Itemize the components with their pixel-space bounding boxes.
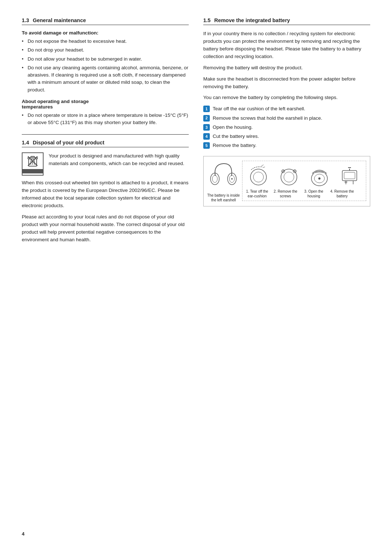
step-text-2: Remove the screws that hold the earshell… (213, 115, 322, 122)
section13-heading: 1.3General maintenance (22, 17, 189, 25)
disposal-text1: Your product is designed and manufacture… (49, 152, 189, 168)
disposal-block: Your product is designed and manufacture… (22, 152, 189, 176)
headset-full-svg (210, 161, 237, 192)
step-num-3: 3 (203, 124, 210, 131)
diagram-box: The battery is insidethe left earshell (203, 156, 370, 206)
step-2: 2Remove the screws that hold the earshel… (203, 115, 370, 122)
disposal-icon (22, 152, 44, 176)
step-num-4: 4 (203, 133, 210, 140)
diagram-captions: 1. Tear off the ear-cushion 2. Remove th… (245, 189, 364, 198)
step-text-3: Open the housing. (213, 124, 253, 131)
step1-svg (248, 163, 269, 187)
step-num-1: 1 (203, 106, 210, 112)
list-item: Do not allow your headset to be submerge… (22, 56, 189, 63)
diagram-caption-2: 2. Remove the screws (273, 189, 298, 198)
step3-svg (309, 163, 330, 187)
svg-point-14 (253, 172, 264, 182)
avoid-list: Do not expose the headset to excessive h… (22, 38, 189, 94)
list-item: Do not use any cleaning agents containin… (22, 64, 189, 94)
step-3: 3Open the housing. (203, 124, 370, 131)
step2-svg (278, 163, 300, 187)
page-layout: 1.3General maintenance To avoid damage o… (22, 17, 370, 247)
section15-num: 1.5 (203, 17, 211, 23)
diagram-steps-area: 1. Tear off the ear-cushion 2. Remove th… (242, 161, 367, 201)
right-para2: Removing the battery will destroy the pr… (203, 64, 370, 72)
diagram-caption-1: 1. Tear off the ear-cushion (245, 189, 270, 198)
section-divider (22, 134, 189, 135)
section15-heading: 1.5Remove the integrated battery (203, 17, 370, 25)
svg-point-15 (281, 169, 297, 185)
svg-point-16 (284, 172, 294, 182)
storage-list: Do not operate or store in a place where… (22, 112, 189, 127)
right-column: 1.5Remove the integrated battery If in y… (203, 17, 370, 247)
avoid-heading: To avoid damage or malfunction: (22, 30, 189, 36)
svg-point-25 (318, 177, 320, 180)
step-4: 4Cut the battery wires. (203, 133, 370, 140)
svg-point-12 (231, 178, 233, 180)
diagram-step-images (245, 163, 364, 187)
section14-heading: 1.4Disposal of your old product (22, 140, 189, 147)
crossed-bin-icon (26, 155, 39, 168)
right-para1: If in your country there is no collectio… (203, 30, 370, 61)
step4-svg (339, 163, 360, 187)
step-num-5: 5 (203, 142, 210, 149)
list-item: Do not drop your headset. (22, 46, 189, 54)
step-1: 1Tear off the ear cushion of the left ea… (203, 105, 370, 112)
disposal-text2: When this crossed-out wheeled bin symbol… (22, 179, 189, 210)
storage-heading: About operating and storagetemperatures (22, 99, 189, 110)
diagram-caption-3: 3. Open the housing (301, 189, 327, 198)
diagram-caption-4: 4. Remove the battery (330, 189, 355, 198)
right-para3: Make sure the headset is disconnected fr… (203, 75, 370, 91)
list-item: Do not expose the headset to excessive h… (22, 38, 189, 45)
step-num-2: 2 (203, 115, 210, 122)
page-number: 4 (22, 531, 25, 537)
right-para4: You can remove the battery by completing… (203, 94, 370, 102)
diagram-left: The battery is insidethe left earshell (207, 161, 240, 202)
list-item: Do not operate or store in a place where… (22, 112, 189, 127)
step-5: 5Remove the battery. (203, 142, 370, 149)
step-text-5: Remove the battery. (213, 142, 257, 149)
step-text-1: Tear off the ear cushion of the left ear… (213, 105, 305, 112)
disposal-text3: Please act according to your local rules… (22, 213, 189, 244)
disposal-icon-bar (23, 169, 43, 173)
svg-rect-26 (342, 171, 357, 181)
section13-num: 1.3 (22, 17, 29, 23)
steps-list: 1Tear off the ear cushion of the left ea… (203, 105, 370, 149)
section15-title: Remove the integrated battery (214, 17, 290, 23)
section14-num: 1.4 (22, 140, 29, 145)
section13-title: General maintenance (33, 17, 86, 23)
left-column: 1.3General maintenance To avoid damage o… (22, 17, 189, 247)
diagram-inner: The battery is insidethe left earshell (207, 161, 366, 202)
svg-point-13 (250, 169, 266, 185)
svg-rect-27 (344, 172, 355, 179)
diagram-left-label: The battery is insidethe left earshell (207, 193, 240, 202)
svg-point-9 (212, 175, 217, 182)
section14-title: Disposal of your old product (33, 140, 104, 145)
step-text-4: Cut the battery wires. (213, 133, 259, 140)
svg-rect-2 (31, 156, 34, 157)
